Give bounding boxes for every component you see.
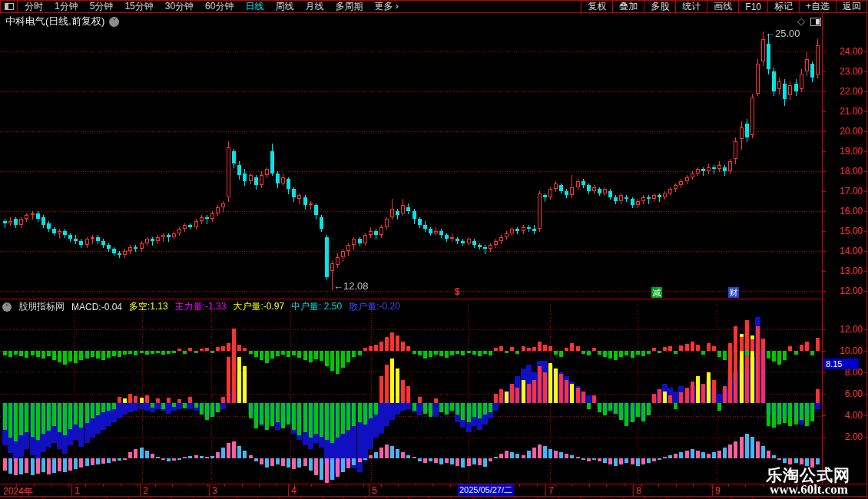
- week-subtick: [259, 484, 260, 487]
- price-label-22.00: 22.00: [826, 87, 863, 97]
- week-subtick: [728, 484, 729, 487]
- menu-item-复权[interactable]: 复权: [581, 1, 612, 12]
- menu-item-60分钟[interactable]: 60分钟: [205, 0, 234, 13]
- week-subtick: [693, 484, 694, 487]
- week-subtick: [155, 484, 156, 487]
- indicator-value-3: 大户量:-0.97: [233, 300, 284, 313]
- candlestick-chart[interactable]: [0, 29, 822, 299]
- price-label-15.00: 15.00: [826, 226, 863, 236]
- week-subtick: [398, 484, 399, 487]
- month-label-5: 5: [372, 485, 377, 496]
- panel-toggle-button[interactable]: [1, 1, 18, 12]
- menu-item-月线[interactable]: 月线: [305, 0, 323, 13]
- axis-tick: [823, 151, 826, 152]
- indicator-value-4: 中户量: 2.50: [291, 300, 342, 313]
- week-subtick: [763, 484, 764, 487]
- chevron-down-icon[interactable]: ˇ: [109, 17, 119, 27]
- indicator-value-2: 主力量:-1.33: [175, 300, 227, 313]
- month-label-1: 1: [75, 485, 80, 496]
- month-label-8: 8: [636, 485, 641, 496]
- week-subtick: [555, 484, 555, 487]
- price-label-20.00: 20.00: [826, 127, 863, 137]
- pane-split-icon[interactable]: [810, 18, 821, 26]
- month-label-3: 3: [212, 485, 217, 496]
- week-subtick: [624, 484, 624, 487]
- financial-report-marker[interactable]: 财: [728, 287, 739, 298]
- week-subtick: [85, 484, 86, 487]
- menu-item-30分钟[interactable]: 30分钟: [165, 0, 194, 13]
- dividend-marker[interactable]: $: [455, 286, 460, 297]
- axis-tick: [823, 437, 826, 438]
- menu-item-1分钟[interactable]: 1分钟: [55, 0, 78, 13]
- menu-item-周线[interactable]: 周线: [275, 0, 293, 13]
- week-subtick: [103, 484, 104, 487]
- axis-tick: [823, 372, 826, 373]
- week-subtick: [346, 484, 346, 487]
- axis-tick: [823, 171, 826, 172]
- month-tick-line: [71, 484, 72, 496]
- menu-item-F10[interactable]: F10: [738, 1, 767, 12]
- indicator-header: ˇ 股朋指标网 MACD:-0.04多空:1.13主力量:-1.33大户量:-0…: [2, 300, 400, 313]
- menu-item-标记[interactable]: 标记: [767, 1, 799, 12]
- indicator-label-2.00: 2.00: [826, 432, 863, 442]
- menu-item-多股[interactable]: 多股: [644, 1, 675, 12]
- week-subtick: [137, 484, 138, 487]
- week-subtick: [329, 484, 330, 487]
- week-subtick: [172, 484, 173, 487]
- indicator-current-value: 8.15: [823, 359, 859, 369]
- axis-tick: [823, 291, 826, 292]
- price-label-24.00: 24.00: [826, 47, 863, 57]
- week-subtick: [277, 484, 277, 487]
- month-tick-line: [633, 484, 634, 496]
- axis-tick: [823, 415, 826, 416]
- axis-tick: [823, 71, 826, 72]
- menu-item-分时[interactable]: 分时: [25, 0, 43, 13]
- axis-tick: [823, 211, 826, 212]
- indicator-chart[interactable]: [0, 299, 822, 484]
- indicator-collapse-icon[interactable]: ˇ: [2, 302, 12, 312]
- week-subtick: [207, 484, 208, 487]
- week-subtick: [676, 484, 677, 487]
- week-subtick: [51, 484, 51, 487]
- week-subtick: [658, 484, 659, 487]
- week-subtick: [121, 484, 121, 487]
- week-subtick: [589, 484, 590, 487]
- low-annotation: ←12.08: [333, 280, 369, 292]
- menu-item-日线[interactable]: 日线: [245, 0, 263, 13]
- month-tick-line: [288, 484, 289, 496]
- axis-tick: [823, 111, 826, 112]
- price-label-12.00: 12.00: [826, 286, 863, 296]
- axis-tick: [823, 251, 826, 252]
- month-tick-line: [209, 484, 210, 496]
- diamond-icon[interactable]: ◇: [797, 17, 805, 26]
- menu-item-+自选[interactable]: +自选: [799, 1, 836, 12]
- menu-item-15分钟[interactable]: 15分钟: [124, 0, 153, 13]
- week-subtick: [363, 484, 364, 487]
- week-subtick: [224, 484, 225, 487]
- price-label-19.00: 19.00: [826, 147, 863, 157]
- share-reduction-marker[interactable]: 减: [651, 287, 662, 298]
- week-subtick: [242, 484, 243, 487]
- axis-tick: [823, 231, 826, 232]
- menu-item-5分钟[interactable]: 5分钟: [90, 0, 114, 13]
- week-subtick: [537, 484, 538, 487]
- page-title: 中科电气(日线.前复权): [5, 15, 104, 28]
- week-subtick: [606, 484, 607, 487]
- menu-item-统计[interactable]: 统计: [675, 1, 707, 12]
- menu-item-更多 ›[interactable]: 更多 ›: [374, 0, 398, 13]
- pane-controls: ◇: [797, 17, 821, 26]
- menu-item-画线[interactable]: 画线: [707, 1, 738, 12]
- date-axis[interactable]: 2024年 2025/05/27/二 12345789: [0, 484, 867, 497]
- month-tick-line: [140, 484, 141, 496]
- axis-tick: [823, 329, 826, 330]
- menu-item-返回[interactable]: 返回: [836, 1, 867, 12]
- price-label-13.00: 13.00: [826, 266, 863, 276]
- menu-item-多周期[interactable]: 多周期: [335, 0, 363, 13]
- sidebar-toggle-icon: [5, 3, 14, 10]
- menu-item-叠加[interactable]: 叠加: [612, 1, 644, 12]
- price-label-21.00: 21.00: [826, 107, 863, 117]
- axis-tick: [823, 351, 826, 352]
- selected-date-box: 2025/05/27/二: [458, 484, 514, 496]
- week-subtick: [745, 484, 746, 487]
- high-annotation: ←25.00: [765, 28, 800, 39]
